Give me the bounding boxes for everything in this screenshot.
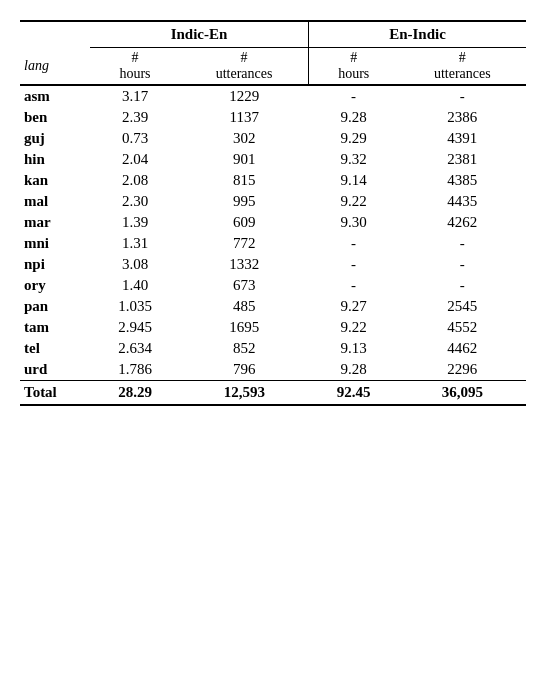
cell-lang: mar xyxy=(20,212,90,233)
cell-lang: ben xyxy=(20,107,90,128)
cell-en-indic-utt: 4385 xyxy=(399,170,526,191)
table-row: urd1.7867969.282296 xyxy=(20,359,526,381)
cell-en-indic-utt: 2296 xyxy=(399,359,526,381)
group-header-row: Indic-En En-Indic xyxy=(20,21,526,48)
cell-indic-en-utt: 673 xyxy=(180,275,308,296)
cell-en-indic-utt: 2386 xyxy=(399,107,526,128)
cell-lang: kan xyxy=(20,170,90,191)
table-row: mar1.396099.304262 xyxy=(20,212,526,233)
lang-sub-header: lang xyxy=(20,48,90,86)
cell-en-indic-hours: 9.30 xyxy=(308,212,398,233)
cell-en-indic-hours: 9.22 xyxy=(308,317,398,338)
cell-lang: urd xyxy=(20,359,90,381)
table-row: ben2.3911379.282386 xyxy=(20,107,526,128)
total-lang: Total xyxy=(20,381,90,405)
cell-en-indic-hours: 9.13 xyxy=(308,338,398,359)
cell-lang: mal xyxy=(20,191,90,212)
cell-indic-en-utt: 995 xyxy=(180,191,308,212)
cell-lang: hin xyxy=(20,149,90,170)
cell-indic-en-hours: 3.08 xyxy=(90,254,180,275)
cell-en-indic-utt: 2545 xyxy=(399,296,526,317)
table-body: asm3.171229--ben2.3911379.282386guj0.733… xyxy=(20,86,526,381)
cell-indic-en-hours: 1.786 xyxy=(90,359,180,381)
cell-lang: mni xyxy=(20,233,90,254)
cell-indic-en-hours: 2.08 xyxy=(90,170,180,191)
cell-en-indic-utt: 4435 xyxy=(399,191,526,212)
cell-en-indic-hours: 9.14 xyxy=(308,170,398,191)
cell-en-indic-hours: 9.27 xyxy=(308,296,398,317)
total-indic-en-utt: 12,593 xyxy=(180,381,308,405)
table-row: guj0.733029.294391 xyxy=(20,128,526,149)
cell-indic-en-utt: 302 xyxy=(180,128,308,149)
cell-indic-en-hours: 3.17 xyxy=(90,86,180,107)
cell-en-indic-utt: 4552 xyxy=(399,317,526,338)
table-row: npi3.081332-- xyxy=(20,254,526,275)
cell-en-indic-utt: 2381 xyxy=(399,149,526,170)
cell-en-indic-hours: - xyxy=(308,86,398,107)
table-footer: Total 28.29 12,593 92.45 36,095 xyxy=(20,381,526,407)
sub-header-row: lang #hours #utterances #hours #utteranc… xyxy=(20,48,526,86)
cell-en-indic-utt: 4391 xyxy=(399,128,526,149)
cell-lang: tam xyxy=(20,317,90,338)
cell-lang: pan xyxy=(20,296,90,317)
cell-indic-en-utt: 852 xyxy=(180,338,308,359)
cell-en-indic-hours: 9.29 xyxy=(308,128,398,149)
cell-indic-en-hours: 2.634 xyxy=(90,338,180,359)
en-indic-group-header: En-Indic xyxy=(308,21,526,48)
cell-indic-en-hours: 2.04 xyxy=(90,149,180,170)
total-en-indic-utt: 36,095 xyxy=(399,381,526,405)
cell-en-indic-utt: - xyxy=(399,233,526,254)
cell-indic-en-utt: 815 xyxy=(180,170,308,191)
cell-en-indic-utt: 4262 xyxy=(399,212,526,233)
cell-en-indic-utt: - xyxy=(399,254,526,275)
cell-indic-en-utt: 901 xyxy=(180,149,308,170)
table-row: ory1.40673-- xyxy=(20,275,526,296)
data-table: Indic-En En-Indic lang #hours #utterance… xyxy=(20,20,526,406)
indic-en-utt-header: #utterances xyxy=(180,48,308,86)
cell-en-indic-hours: - xyxy=(308,275,398,296)
cell-indic-en-utt: 772 xyxy=(180,233,308,254)
cell-indic-en-hours: 1.40 xyxy=(90,275,180,296)
cell-indic-en-utt: 1332 xyxy=(180,254,308,275)
indic-en-group-header: Indic-En xyxy=(90,21,308,48)
cell-lang: ory xyxy=(20,275,90,296)
cell-indic-en-hours: 2.945 xyxy=(90,317,180,338)
bottom-border-row xyxy=(20,405,526,406)
cell-indic-en-hours: 1.31 xyxy=(90,233,180,254)
table-row: mal2.309959.224435 xyxy=(20,191,526,212)
cell-indic-en-utt: 609 xyxy=(180,212,308,233)
cell-en-indic-utt: - xyxy=(399,275,526,296)
cell-indic-en-utt: 1137 xyxy=(180,107,308,128)
total-indic-en-hours: 28.29 xyxy=(90,381,180,405)
cell-lang: tel xyxy=(20,338,90,359)
cell-lang: npi xyxy=(20,254,90,275)
table-row: tam2.94516959.224552 xyxy=(20,317,526,338)
cell-en-indic-hours: 9.32 xyxy=(308,149,398,170)
cell-en-indic-utt: - xyxy=(399,86,526,107)
cell-lang: asm xyxy=(20,86,90,107)
table-wrapper: Indic-En En-Indic lang #hours #utterance… xyxy=(20,20,526,406)
table-row: asm3.171229-- xyxy=(20,86,526,107)
total-row: Total 28.29 12,593 92.45 36,095 xyxy=(20,381,526,405)
en-indic-hours-header: #hours xyxy=(308,48,398,86)
cell-indic-en-hours: 1.39 xyxy=(90,212,180,233)
lang-group-header xyxy=(20,21,90,48)
cell-lang: guj xyxy=(20,128,90,149)
total-en-indic-hours: 92.45 xyxy=(308,381,398,405)
table-row: tel2.6348529.134462 xyxy=(20,338,526,359)
table-row: pan1.0354859.272545 xyxy=(20,296,526,317)
cell-en-indic-hours: 9.22 xyxy=(308,191,398,212)
indic-en-hours-header: #hours xyxy=(90,48,180,86)
cell-en-indic-hours: 9.28 xyxy=(308,359,398,381)
cell-en-indic-hours: - xyxy=(308,233,398,254)
cell-indic-en-utt: 1229 xyxy=(180,86,308,107)
cell-en-indic-hours: - xyxy=(308,254,398,275)
cell-indic-en-utt: 1695 xyxy=(180,317,308,338)
table-row: hin2.049019.322381 xyxy=(20,149,526,170)
table-row: mni1.31772-- xyxy=(20,233,526,254)
cell-indic-en-hours: 2.30 xyxy=(90,191,180,212)
cell-en-indic-hours: 9.28 xyxy=(308,107,398,128)
cell-indic-en-utt: 485 xyxy=(180,296,308,317)
cell-indic-en-hours: 2.39 xyxy=(90,107,180,128)
cell-en-indic-utt: 4462 xyxy=(399,338,526,359)
